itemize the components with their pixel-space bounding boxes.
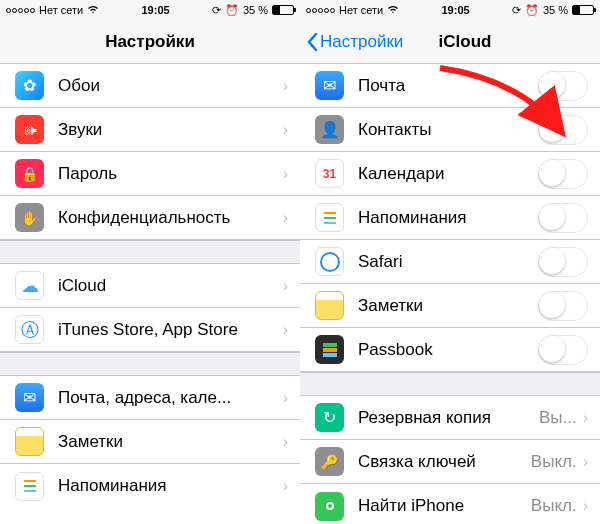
chevron-right-icon: ›: [283, 389, 288, 407]
reminders-icon: [315, 203, 344, 232]
settings-row-reminders[interactable]: Напоминания ›: [0, 464, 300, 508]
chevron-right-icon: ›: [283, 321, 288, 339]
chevron-right-icon: ›: [283, 165, 288, 183]
notes-icon: [315, 291, 344, 320]
settings-list[interactable]: ✿ Обои › 🕪 Звуки › 🔒 Пароль › ✋ Конфиден…: [0, 64, 300, 524]
icloud-icon: ☁: [15, 271, 44, 300]
settings-row-sounds[interactable]: 🕪 Звуки ›: [0, 108, 300, 152]
wifi-icon: [87, 4, 99, 16]
row-label: Конфиденциальность: [58, 208, 283, 228]
row-label: Почта, адреса, кале...: [58, 388, 283, 408]
row-label: Напоминания: [358, 208, 538, 228]
row-label: Passbook: [358, 340, 538, 360]
passbook-toggle[interactable]: [538, 335, 588, 365]
battery-pct: 35 %: [543, 4, 568, 16]
status-bar: Нет сети 19:05 ⟳ ⏰ 35 %: [0, 0, 300, 20]
icloud-row-calendars[interactable]: 31 Календари: [300, 152, 600, 196]
signal-icon: [306, 8, 335, 13]
icloud-row-backup[interactable]: ↻ Резервная копия Вы... ›: [300, 396, 600, 440]
safari-toggle[interactable]: [538, 247, 588, 277]
row-label: Заметки: [58, 432, 283, 452]
svg-rect-12: [323, 353, 337, 357]
mail-icon: ✉: [315, 71, 344, 100]
settings-row-notes[interactable]: Заметки ›: [0, 420, 300, 464]
row-label: Связка ключей: [358, 452, 531, 472]
notes-toggle[interactable]: [538, 291, 588, 321]
backup-icon: ↻: [315, 403, 344, 432]
alarm-icon: ⏰: [225, 4, 239, 17]
icloud-row-safari[interactable]: Safari: [300, 240, 600, 284]
battery-icon: [572, 5, 594, 15]
row-label: Резервная копия: [358, 408, 539, 428]
svg-point-15: [328, 504, 332, 508]
contacts-icon: 👤: [315, 115, 344, 144]
svg-rect-11: [323, 348, 337, 352]
row-label: iTunes Store, App Store: [58, 320, 283, 340]
row-label: Звуки: [58, 120, 283, 140]
chevron-right-icon: ›: [283, 209, 288, 227]
icloud-list[interactable]: ✉ Почта 👤 Контакты 31 Календари Напомина…: [300, 64, 600, 524]
icloud-screen: Нет сети 19:05 ⟳ ⏰ 35 % Настройки iCloud…: [300, 0, 600, 524]
calendars-toggle[interactable]: [538, 159, 588, 189]
mail-toggle[interactable]: [538, 71, 588, 101]
settings-row-icloud[interactable]: ☁ iCloud ›: [0, 264, 300, 308]
contacts-toggle[interactable]: [538, 115, 588, 145]
mail-icon: ✉: [15, 383, 44, 412]
row-detail: Выкл.: [531, 496, 577, 516]
row-label: Обои: [58, 76, 283, 96]
wallpaper-icon: ✿: [15, 71, 44, 100]
itunes-icon: Ⓐ: [15, 315, 44, 344]
settings-row-wallpaper[interactable]: ✿ Обои ›: [0, 64, 300, 108]
privacy-icon: ✋: [15, 203, 44, 232]
icloud-row-passbook[interactable]: Passbook: [300, 328, 600, 372]
passbook-icon: [315, 335, 344, 364]
group-separator: [300, 372, 600, 396]
settings-screen: Нет сети 19:05 ⟳ ⏰ 35 % Настройки ✿ Обои…: [0, 0, 300, 524]
settings-row-privacy[interactable]: ✋ Конфиденциальность ›: [0, 196, 300, 240]
back-label: Настройки: [320, 32, 403, 52]
icloud-row-keychain[interactable]: 🔑 Связка ключей Выкл. ›: [300, 440, 600, 484]
alarm-icon: ⏰: [525, 4, 539, 17]
row-label: iCloud: [58, 276, 283, 296]
battery-pct: 35 %: [243, 4, 268, 16]
row-label: Заметки: [358, 296, 538, 316]
row-detail: Выкл.: [531, 452, 577, 472]
settings-row-mailcal[interactable]: ✉ Почта, адреса, кале... ›: [0, 376, 300, 420]
chevron-right-icon: ›: [283, 433, 288, 451]
safari-icon: [315, 247, 344, 276]
chevron-right-icon: ›: [283, 277, 288, 295]
battery-icon: [272, 5, 294, 15]
findphone-icon: [315, 492, 344, 521]
status-time: 19:05: [142, 4, 170, 16]
chevron-right-icon: ›: [583, 453, 588, 471]
icloud-row-notes[interactable]: Заметки: [300, 284, 600, 328]
row-label: Почта: [358, 76, 538, 96]
row-label: Найти iPhone: [358, 496, 531, 516]
row-label: Пароль: [58, 164, 283, 184]
group-separator: [0, 352, 300, 376]
status-bar: Нет сети 19:05 ⟳ ⏰ 35 %: [300, 0, 600, 20]
settings-row-passcode[interactable]: 🔒 Пароль ›: [0, 152, 300, 196]
reminders-icon: [15, 472, 44, 501]
rotation-lock-icon: ⟳: [212, 4, 221, 17]
chevron-right-icon: ›: [283, 477, 288, 495]
signal-icon: [6, 8, 35, 13]
carrier-label: Нет сети: [339, 4, 383, 16]
icloud-row-mail[interactable]: ✉ Почта: [300, 64, 600, 108]
row-detail: Вы...: [539, 408, 577, 428]
settings-row-itunes[interactable]: Ⓐ iTunes Store, App Store ›: [0, 308, 300, 352]
row-label: Календари: [358, 164, 538, 184]
back-button[interactable]: Настройки: [306, 20, 403, 64]
notes-icon: [15, 427, 44, 456]
nav-bar: Настройки: [0, 20, 300, 64]
icloud-row-contacts[interactable]: 👤 Контакты: [300, 108, 600, 152]
nav-bar: Настройки iCloud: [300, 20, 600, 64]
reminders-toggle[interactable]: [538, 203, 588, 233]
status-time: 19:05: [442, 4, 470, 16]
carrier-label: Нет сети: [39, 4, 83, 16]
passcode-icon: 🔒: [15, 159, 44, 188]
row-label: Контакты: [358, 120, 538, 140]
icloud-row-findphone[interactable]: Найти iPhone Выкл. ›: [300, 484, 600, 524]
group-separator: [0, 240, 300, 264]
icloud-row-reminders[interactable]: Напоминания: [300, 196, 600, 240]
